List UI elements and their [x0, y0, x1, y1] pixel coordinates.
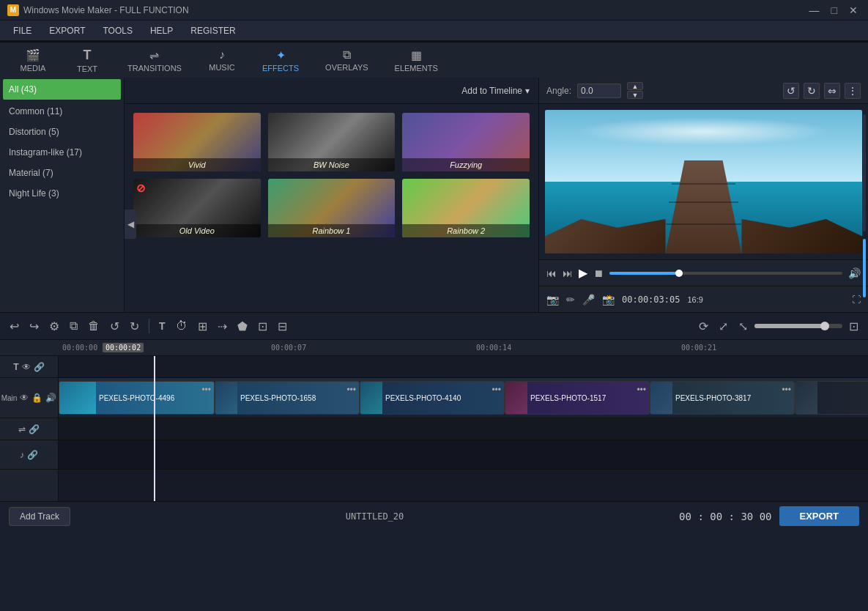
- clip-5-name: PEXELS-PHOTO-3817: [672, 393, 754, 404]
- crop-button[interactable]: ⊞: [194, 317, 211, 336]
- clip-3[interactable]: PEXELS-PHOTO-4140 •••: [360, 381, 505, 415]
- text-icon: T: [84, 48, 92, 63]
- angle-down-button[interactable]: ▼: [627, 91, 643, 99]
- copy-button[interactable]: ⧉: [66, 317, 81, 335]
- tab-text[interactable]: T TEXT: [62, 43, 113, 78]
- zoom-button[interactable]: ⤡: [735, 317, 752, 336]
- track-label-sub: ⇌ 🔗: [0, 418, 58, 440]
- main-track-lock[interactable]: 🔒: [31, 393, 42, 403]
- undo-button[interactable]: ↩: [6, 317, 23, 336]
- shape-button[interactable]: ⬟: [234, 317, 251, 336]
- effect-vivid[interactable]: Vivid: [133, 113, 261, 171]
- main-track-volume[interactable]: 🔊: [45, 393, 56, 403]
- progress-handle[interactable]: [675, 270, 683, 277]
- motion-button[interactable]: ⇢: [214, 317, 231, 336]
- fullscreen-button[interactable]: ⛶: [852, 295, 861, 305]
- sync-button[interactable]: ⟳: [695, 317, 712, 336]
- category-nightlife[interactable]: Night Life (3): [0, 183, 124, 204]
- rotate-right-button[interactable]: ↻: [804, 83, 820, 99]
- more-button[interactable]: ⋮: [845, 83, 861, 99]
- expand-button[interactable]: ⤢: [715, 317, 732, 336]
- trim-button[interactable]: ⊡: [254, 317, 271, 336]
- add-to-timeline-button[interactable]: Add to Timeline ▾: [461, 86, 530, 96]
- no-entry-icon: ⊘: [136, 182, 146, 195]
- camera-icon[interactable]: 📷: [546, 294, 559, 306]
- clip-1-menu[interactable]: •••: [201, 385, 211, 395]
- clip-4[interactable]: PEXELS-PHOTO-1517 •••: [505, 381, 650, 415]
- angle-bar: Angle: ▲ ▼ ↺ ↻ ⇔ ⋮: [539, 78, 868, 104]
- window-controls: — □ ✕: [806, 4, 861, 16]
- menubar: FILE EXPORT TOOLS HELP REGISTER: [0, 21, 868, 41]
- add-track-button[interactable]: Add Track: [9, 507, 70, 526]
- export-button[interactable]: EXPORT: [779, 506, 859, 526]
- category-instagram[interactable]: Instagram-like (17): [0, 142, 124, 163]
- chevron-down-icon: ▾: [525, 86, 530, 96]
- skip-back-button[interactable]: ⏮: [546, 267, 557, 279]
- audio-track-link[interactable]: 🔗: [27, 450, 38, 460]
- clip-3-menu[interactable]: •••: [492, 385, 501, 395]
- volume-button[interactable]: 🔊: [848, 267, 861, 279]
- clip-5[interactable]: PEXELS-PHOTO-3817 •••: [650, 381, 795, 415]
- menu-register[interactable]: REGISTER: [183, 23, 242, 39]
- text-track-link[interactable]: 🔗: [34, 362, 45, 372]
- playback-progress[interactable]: [609, 272, 842, 275]
- angle-input[interactable]: [577, 84, 621, 98]
- text-overlay-button[interactable]: T: [155, 318, 169, 334]
- clip-2-menu[interactable]: •••: [346, 385, 356, 395]
- menu-file[interactable]: FILE: [6, 23, 39, 39]
- tab-effects[interactable]: ✦ EFFECTS: [251, 44, 311, 77]
- tab-overlays[interactable]: ⧉ OVERLAYS: [314, 44, 380, 76]
- stop-button[interactable]: ⏹: [593, 267, 604, 279]
- panel-collapse-button[interactable]: ◀: [125, 210, 136, 239]
- minimize-button[interactable]: —: [806, 4, 823, 16]
- snapshot-icon[interactable]: 📸: [602, 294, 615, 306]
- app-logo: M: [7, 4, 19, 16]
- effect-rainbow2[interactable]: Rainbow 2: [402, 179, 530, 237]
- step-back-button[interactable]: ⏭: [563, 267, 573, 279]
- tab-music[interactable]: ♪ MUSIC: [196, 44, 248, 76]
- clip-4-menu[interactable]: •••: [637, 385, 646, 395]
- menu-export[interactable]: EXPORT: [42, 23, 92, 39]
- settings-button[interactable]: ⚙: [45, 317, 63, 336]
- menu-tools[interactable]: TOOLS: [95, 23, 139, 39]
- effects-scrollbar[interactable]: [862, 114, 867, 297]
- flip-button[interactable]: ⇔: [824, 83, 840, 99]
- rotate-left-button[interactable]: ↺: [783, 83, 799, 99]
- effect-bwnoise[interactable]: BW Noise: [268, 113, 396, 171]
- category-all[interactable]: All (43): [3, 79, 121, 100]
- pencil-icon[interactable]: ✏: [566, 294, 575, 306]
- sub-track-link[interactable]: 🔗: [29, 424, 40, 434]
- maximize-timeline-button[interactable]: ⊡: [845, 317, 862, 336]
- clip-1-name: PEXELS-PHOTO-4496: [96, 393, 177, 404]
- statusbar: Add Track UNTITLED_20 00 : 00 : 30 00 EX…: [0, 501, 868, 530]
- zoom-slider[interactable]: [754, 324, 842, 328]
- category-common[interactable]: Common (11): [0, 101, 124, 122]
- category-material[interactable]: Material (7): [0, 163, 124, 183]
- menu-help[interactable]: HELP: [143, 23, 180, 39]
- category-distortion[interactable]: Distortion (5): [0, 122, 124, 142]
- effect-fuzzying[interactable]: Fuzzying: [402, 113, 530, 171]
- close-button[interactable]: ✕: [846, 4, 861, 16]
- clip-5-menu[interactable]: •••: [782, 385, 791, 395]
- zoom-handle[interactable]: [820, 322, 829, 330]
- timer-button[interactable]: ⏱: [172, 317, 191, 335]
- clip-2[interactable]: PEXELS-PHOTO-1658 •••: [215, 381, 360, 415]
- rotate-button[interactable]: ↺: [106, 317, 123, 336]
- play-button[interactable]: ▶: [579, 266, 587, 280]
- maximize-button[interactable]: □: [828, 4, 840, 16]
- tab-transitions[interactable]: ⇌ TRANSITIONS: [116, 44, 193, 77]
- clip-1[interactable]: PEXELS-PHOTO-4496 •••: [59, 381, 215, 415]
- flip-button[interactable]: ↻: [126, 317, 143, 336]
- split-button[interactable]: ⊟: [274, 317, 291, 336]
- clip-6[interactable]: •••: [795, 381, 868, 415]
- redo-button[interactable]: ↪: [26, 317, 42, 336]
- tab-media[interactable]: 🎬 MEDIA: [7, 44, 59, 77]
- text-track-eye[interactable]: 👁: [22, 362, 31, 372]
- effect-rainbow1[interactable]: Rainbow 1: [268, 179, 396, 237]
- mic-icon[interactable]: 🎤: [582, 294, 595, 306]
- delete-button[interactable]: 🗑: [84, 317, 103, 335]
- main-track-eye[interactable]: 👁: [20, 393, 29, 403]
- tab-elements[interactable]: ▦ ELEMENTS: [383, 44, 450, 77]
- angle-up-button[interactable]: ▲: [627, 82, 643, 90]
- effect-oldvideo[interactable]: ⊘ Old Video: [133, 179, 261, 237]
